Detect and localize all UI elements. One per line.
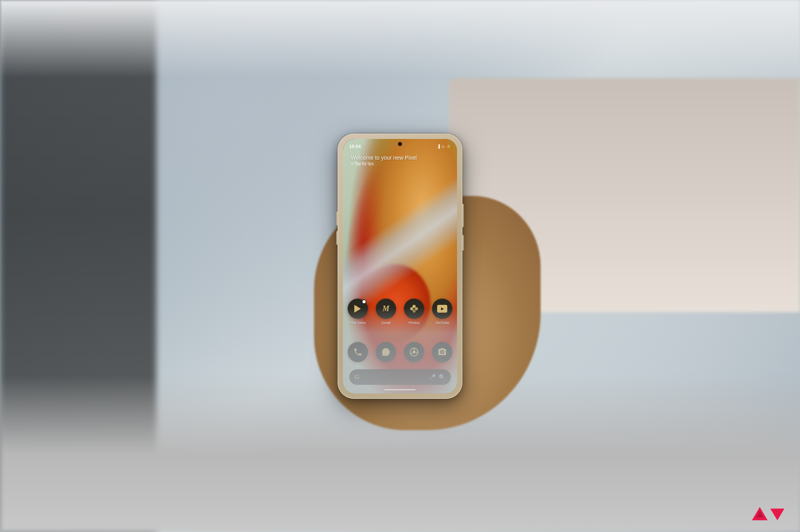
welcome-subtitle: Tap for tips — [351, 162, 417, 166]
volume-buttons — [336, 231, 338, 245]
camera-notch — [398, 142, 402, 146]
volume-down-button — [462, 235, 464, 251]
dock-background — [343, 308, 457, 393]
bg-ceiling — [0, 0, 800, 78]
phone-screen: 10:54 ▐ ▭ 🔒 Welcome to your new Pixel Ta… — [343, 139, 457, 393]
lock-icon: 🔒 — [446, 144, 451, 148]
battery-icon: ▭ — [441, 144, 445, 148]
phone-body: 10:54 ▐ ▭ 🔒 Welcome to your new Pixel Ta… — [338, 133, 462, 399]
ap-inverted-triangle-icon — [770, 509, 784, 520]
status-time: 10:54 — [349, 144, 361, 149]
welcome-section[interactable]: Welcome to your new Pixel Tap for tips — [351, 155, 417, 166]
phone-in-hand: 10:54 ▐ ▭ 🔒 Welcome to your new Pixel Ta… — [338, 133, 462, 399]
welcome-title: Welcome to your new Pixel — [351, 155, 417, 161]
status-icons: ▐ ▭ 🔒 — [438, 144, 451, 148]
androidpolice-watermark — [752, 507, 784, 520]
ap-triangle-icon — [752, 507, 768, 520]
power-button — [462, 204, 464, 227]
home-indicator[interactable] — [384, 389, 416, 390]
volume-up-button — [336, 212, 338, 225]
signal-icon: ▐ — [438, 144, 440, 148]
